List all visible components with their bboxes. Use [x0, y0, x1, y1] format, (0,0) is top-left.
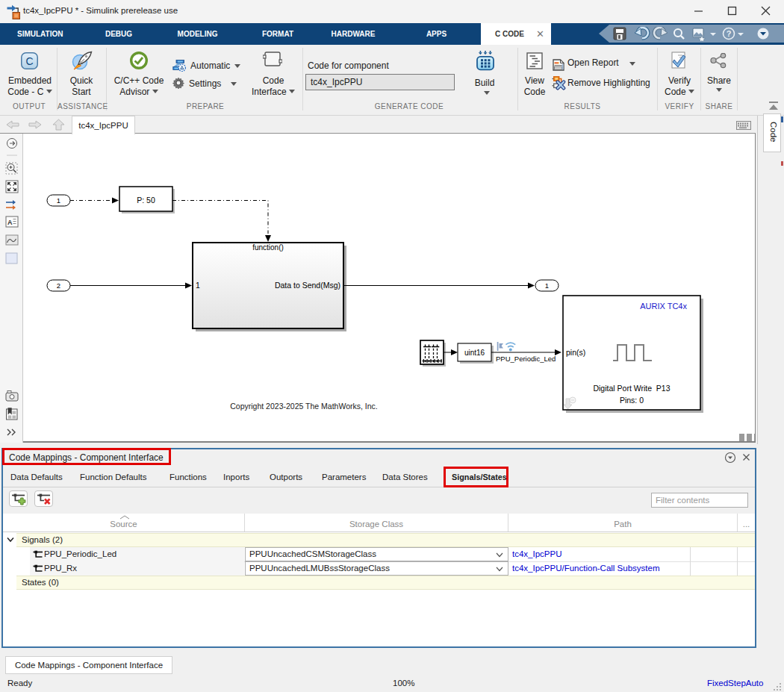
svg-text:C: C: [25, 55, 33, 67]
svg-text:uint16: uint16: [464, 349, 485, 357]
svg-text:Copyright 2023-2025 The MathWo: Copyright 2023-2025 The MathWorks, Inc.: [230, 402, 377, 411]
svg-text:pin(s): pin(s): [566, 348, 585, 357]
svg-text:?: ?: [727, 29, 732, 38]
svg-text:1: 1: [196, 281, 200, 290]
svg-text:P: 50: P: 50: [137, 196, 155, 205]
svg-text:1: 1: [545, 281, 549, 290]
svg-text:2: 2: [57, 281, 60, 290]
svg-text:Data to Send(Msg): Data to Send(Msg): [275, 281, 340, 290]
svg-text:Digital Port Write P13: Digital Port Write P13: [593, 384, 670, 393]
svg-text:A: A: [7, 219, 13, 226]
svg-text:function(): function(): [252, 243, 284, 252]
svg-text:1: 1: [57, 196, 60, 205]
svg-text:Pins: 0: Pins: 0: [620, 396, 644, 405]
svg-text:PPU_Periodic_Led: PPU_Periodic_Led: [496, 355, 556, 363]
svg-text:AURIX TC4x: AURIX TC4x: [640, 302, 687, 311]
